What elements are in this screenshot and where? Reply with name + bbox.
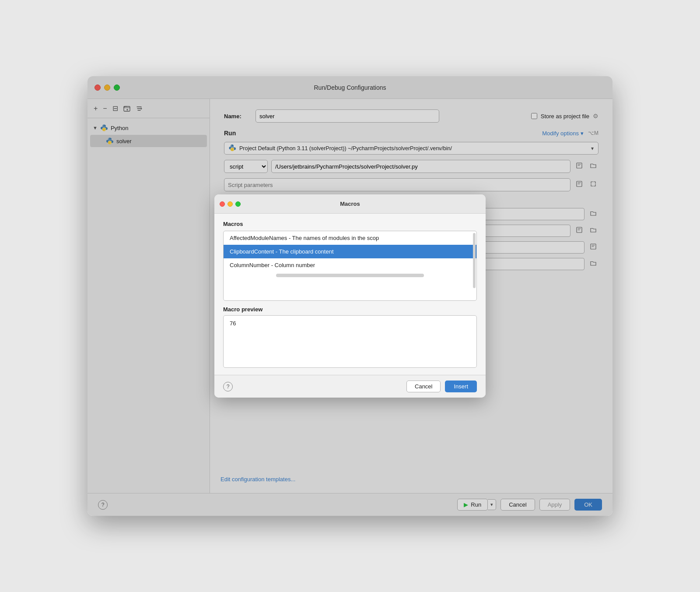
macros-title-bar: Macros <box>214 194 486 214</box>
macros-horizontal-scrollbar[interactable] <box>276 274 424 277</box>
macro-preview-value: 76 <box>230 320 236 327</box>
macros-list[interactable]: AffectedModuleNames - The names of modul… <box>223 231 477 301</box>
run-debug-window: Run/Debug Configurations + − ⊟ <box>88 76 612 516</box>
macros-minimize-button[interactable] <box>228 201 233 207</box>
macros-cancel-button[interactable]: Cancel <box>406 381 441 392</box>
macros-maximize-button[interactable] <box>235 201 241 207</box>
macros-help-button[interactable]: ? <box>223 382 233 391</box>
macros-close-button[interactable] <box>220 201 225 207</box>
macros-body: Macros AffectedModuleNames - The names o… <box>214 214 486 375</box>
macro-item-column[interactable]: ColumnNumber - Column number <box>224 258 476 272</box>
modal-overlay: Macros Macros AffectedModuleNames - The … <box>88 76 612 516</box>
macro-item-affected[interactable]: AffectedModuleNames - The names of modul… <box>224 231 476 245</box>
macros-insert-button[interactable]: Insert <box>445 381 477 392</box>
macros-dialog-title: Macros <box>340 201 360 207</box>
macros-dialog: Macros Macros AffectedModuleNames - The … <box>214 194 486 398</box>
macros-vertical-scrollbar[interactable] <box>473 233 476 288</box>
macros-footer: ? Cancel Insert <box>214 375 486 398</box>
macro-preview-label: Macro preview <box>223 306 477 313</box>
macros-traffic-lights <box>220 201 241 207</box>
macros-section-label: Macros <box>223 221 477 227</box>
macro-preview-box: 76 <box>223 315 477 368</box>
macro-item-clipboard[interactable]: ClipboardContent - The clipboard content <box>224 245 476 258</box>
